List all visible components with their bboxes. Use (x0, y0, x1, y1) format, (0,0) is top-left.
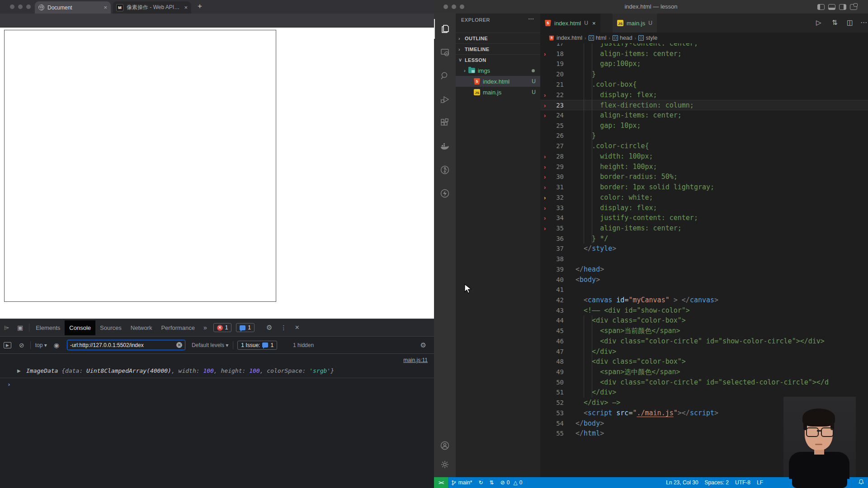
log-source-link[interactable]: main.js:11 (403, 357, 428, 363)
traffic-minimize-icon[interactable] (18, 5, 23, 9)
code-line-25[interactable]: 25 gap: 10px; (540, 121, 868, 131)
devtools-menu-icon[interactable]: ⋮ (277, 324, 291, 331)
code-line-37[interactable]: 37 </style> (540, 244, 868, 254)
code-line-42[interactable]: 42 <canvas id="myCanvas" > </canvas> (540, 295, 868, 305)
devtools-tab-elements[interactable]: Elements (31, 320, 65, 335)
code-line-28[interactable]: ›28 width: 100px; (540, 151, 868, 162)
account-icon[interactable] (434, 436, 456, 455)
section-outline[interactable]: ›OUTLINE (456, 33, 540, 43)
remote-explorer-icon[interactable] (434, 42, 456, 62)
devtools-tab-console[interactable]: Console (65, 320, 95, 335)
traffic-close-icon[interactable] (443, 5, 448, 9)
status-item-lf[interactable]: LF (754, 479, 766, 486)
console-sidebar-icon[interactable]: ▶ (4, 342, 11, 348)
file-item-index.html[interactable]: 5index.htmlU (456, 76, 540, 87)
code-line-39[interactable]: 39</head> (540, 264, 868, 275)
sync-icon[interactable]: ↻ (476, 479, 486, 486)
clear-console-icon[interactable]: ⊘ (15, 342, 28, 349)
expand-triangle-icon[interactable]: ▶ (17, 368, 21, 373)
settings-gear-icon[interactable] (434, 455, 456, 474)
device-toolbar-icon[interactable]: ▣ (13, 324, 27, 331)
code-line-26[interactable]: 26 } (540, 131, 868, 141)
tab-close-icon[interactable]: × (184, 4, 188, 11)
code-line-35[interactable]: ›35 align-items: center; (540, 223, 868, 234)
message-badge[interactable]: 1 (236, 323, 255, 332)
editor-tab-main-js[interactable]: JS main.js U (613, 14, 657, 33)
tab-close-icon[interactable]: × (592, 20, 596, 27)
console-log-row[interactable]: ▶ ImageData {data: Uint8ClampedArray(400… (0, 366, 434, 378)
editor-tab-index-html[interactable]: 5 index.html U × (540, 14, 600, 33)
code-line-29[interactable]: ›29 height: 100px; (540, 162, 868, 172)
code-line-24[interactable]: ›24 align-items: center; (540, 110, 868, 121)
git-actions-icon[interactable]: ⇅ (486, 479, 497, 486)
code-line-50[interactable]: 50 <div class="color-circle" id="selecte… (540, 377, 868, 388)
error-badge[interactable]: ✕ 1 (213, 323, 232, 332)
toggle-secondary-sidebar-icon[interactable] (839, 4, 846, 10)
status-item-utf-8[interactable]: UTF-8 (732, 479, 754, 486)
run-file-icon[interactable]: ▷ (816, 19, 821, 27)
code-line-51[interactable]: 51 </div> (540, 387, 868, 398)
extensions-icon[interactable] (434, 113, 456, 133)
code-line-38[interactable]: 38 (540, 254, 868, 264)
code-line-33[interactable]: ›33 display: flex; (540, 203, 868, 213)
traffic-zoom-icon[interactable] (26, 5, 31, 9)
code-line-23[interactable]: ›23 flex-direction: column; (540, 100, 868, 110)
status-item-spaces[interactable]: Spaces: 2 (702, 479, 732, 486)
code-line-21[interactable]: 21 .color-box{ (540, 80, 868, 90)
toggle-sidebar-icon[interactable] (817, 4, 825, 10)
toggle-panel-icon[interactable] (828, 4, 835, 10)
code-line-44[interactable]: 44 <div class="color-box"> (540, 315, 868, 326)
section-timeline[interactable]: ›TIMELINE (456, 43, 540, 54)
devtools-tab-performance[interactable]: Performance (156, 320, 199, 335)
code-line-36[interactable]: 36 } */ (540, 234, 868, 244)
remote-indicator[interactable]: >< (434, 477, 448, 488)
customize-layout-icon[interactable] (850, 4, 857, 10)
code-line-48[interactable]: 48 <div class="color-box"> (540, 357, 868, 367)
browser-tab-mdn[interactable]: M 像素操作 - Web API 接口参考 | M × (113, 1, 191, 14)
filter-clear-icon[interactable]: ✕ (176, 342, 182, 348)
git-branch-item[interactable]: main* (448, 479, 476, 486)
issues-button[interactable]: 1 Issue: 1 (237, 341, 277, 350)
breadcrumb-index.html[interactable]: 5index.html (548, 35, 582, 41)
console-filter-input[interactable]: -url:http://127.0.0.1:5502/index ✕ (67, 340, 185, 350)
traffic-close-icon[interactable] (10, 5, 14, 9)
devtools-settings-icon[interactable]: ⚙ (262, 324, 276, 332)
docker-icon[interactable] (434, 136, 456, 156)
code-line-31[interactable]: ›31 border: 1px solid lightgray; (540, 182, 868, 192)
code-line-34[interactable]: ›34 justify-content: center; (540, 213, 868, 223)
breadcrumb-style[interactable]: style (638, 35, 657, 41)
code-line-30[interactable]: ›30 border-radius: 50%; (540, 172, 868, 182)
console-settings-icon[interactable]: ⚙ (416, 341, 430, 349)
code-line-41[interactable]: 41 (540, 285, 868, 295)
devtools-tab-sources[interactable]: Sources (95, 320, 126, 335)
notifications-bell-icon[interactable] (858, 479, 864, 487)
file-item-imgs[interactable]: ›imgs (456, 65, 540, 76)
code-line-20[interactable]: 20 } (540, 69, 868, 80)
code-line-43[interactable]: 43 <!—— <div id="show-color"> (540, 305, 868, 316)
code-line-17[interactable]: 17 justify-content: center; (540, 43, 868, 49)
status-item-ln-23-col-30[interactable]: Ln 23, Col 30 (663, 479, 701, 486)
run-debug-icon[interactable] (434, 89, 456, 109)
editor-more-actions-icon[interactable]: ⋯ (860, 19, 867, 27)
code-line-32[interactable]: ›32 color: white; (540, 192, 868, 203)
breadcrumb-html[interactable]: html (589, 35, 607, 41)
split-editor-icon[interactable]: ◫ (847, 19, 853, 27)
code-line-45[interactable]: 45 <span>当前颜色</span> (540, 326, 868, 336)
tab-close-icon[interactable]: × (104, 4, 107, 11)
file-item-main.js[interactable]: JSmain.jsU (456, 87, 540, 98)
code-line-40[interactable]: 40<body> (540, 275, 868, 285)
code-line-27[interactable]: 27 .color-circle{ (540, 141, 868, 151)
log-levels-dropdown[interactable]: Default levels ▾ (189, 342, 231, 348)
section-lesson[interactable]: ∨LESSON (456, 54, 540, 65)
problems-item[interactable]: ⊘0 △0 (497, 479, 526, 486)
code-line-22[interactable]: ›22 display: flex; (540, 90, 868, 100)
code-line-46[interactable]: 46 <div class="color-circle" id="show-co… (540, 336, 868, 347)
search-icon[interactable] (434, 66, 456, 86)
open-changes-icon[interactable]: ⇅ (832, 19, 838, 27)
live-expression-eye-icon[interactable]: ◉ (50, 342, 63, 349)
traffic-zoom-icon[interactable] (460, 5, 464, 9)
page-canvas[interactable] (4, 30, 276, 302)
code-line-19[interactable]: 19 gap:100px; (540, 59, 868, 69)
code-line-47[interactable]: 47 </div> (540, 347, 868, 357)
explorer-menu-icon[interactable]: ⋯ (528, 15, 534, 22)
